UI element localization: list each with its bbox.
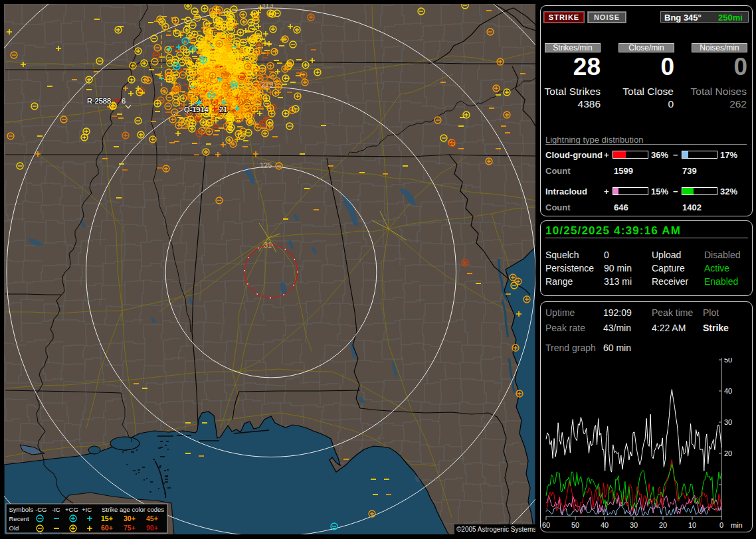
svg-text:0: 0 xyxy=(719,521,723,529)
svg-text:40: 40 xyxy=(724,387,732,395)
svg-text:50: 50 xyxy=(724,358,732,364)
svg-text:40: 40 xyxy=(601,521,609,529)
svg-text:20: 20 xyxy=(724,449,732,457)
svg-text:313: 313 xyxy=(261,4,273,9)
svg-text:Strike age color codes: Strike age color codes xyxy=(102,506,164,513)
svg-text:30+: 30+ xyxy=(124,514,136,522)
svg-text:21: 21 xyxy=(219,106,227,114)
svg-text:125: 125 xyxy=(260,161,272,169)
svg-text:+IC: +IC xyxy=(82,506,92,513)
svg-text:30: 30 xyxy=(630,521,638,529)
svg-text:31: 31 xyxy=(264,241,272,249)
svg-text:60: 60 xyxy=(542,521,550,529)
svg-text:50: 50 xyxy=(571,521,579,529)
svg-text:90+: 90+ xyxy=(146,524,158,532)
svg-text:15+: 15+ xyxy=(101,514,113,522)
svg-text:30: 30 xyxy=(724,418,732,426)
svg-text:Recent: Recent xyxy=(9,515,29,522)
svg-text:45+: 45+ xyxy=(146,514,158,522)
svg-text:R-2588: R-2588 xyxy=(87,97,111,105)
svg-text:20: 20 xyxy=(659,521,667,529)
svg-text:©2005 Astrogenic Systems: ©2005 Astrogenic Systems xyxy=(456,526,535,533)
svg-text:6: 6 xyxy=(122,97,126,105)
svg-text:Q-1914: Q-1914 xyxy=(184,106,209,114)
svg-text:75+: 75+ xyxy=(124,524,136,532)
svg-text:60+: 60+ xyxy=(101,524,113,532)
svg-text:10: 10 xyxy=(688,521,696,529)
svg-text:min: min xyxy=(731,521,743,529)
svg-text:Symbols: Symbols xyxy=(9,506,34,513)
svg-text:+CG: +CG xyxy=(65,506,78,513)
svg-text:219: 219 xyxy=(261,80,273,88)
svg-text:Old: Old xyxy=(9,524,19,532)
svg-text:-CG: -CG xyxy=(35,506,47,513)
svg-text:-IC: -IC xyxy=(52,506,60,513)
